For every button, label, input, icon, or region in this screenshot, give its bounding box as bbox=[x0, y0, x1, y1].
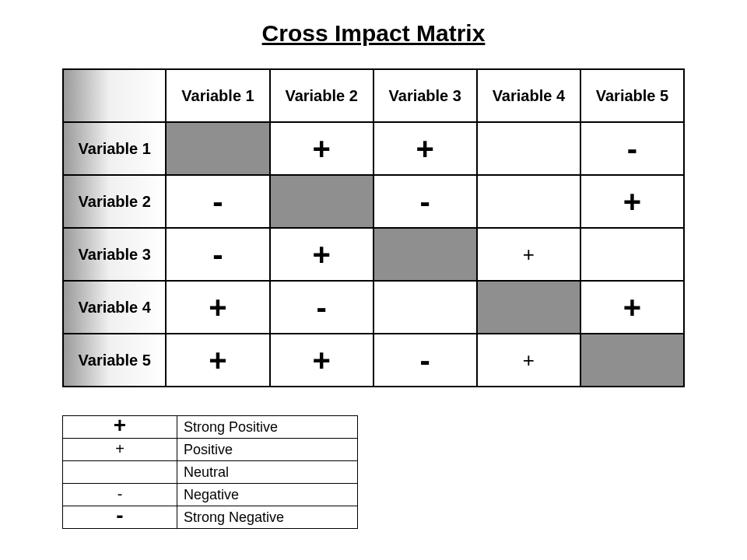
plus-icon: + bbox=[623, 184, 641, 219]
plus-icon: + bbox=[523, 243, 535, 266]
col-header: Variable 2 bbox=[270, 69, 374, 122]
matrix-body: Variable 1++-Variable 2--+Variable 3-++V… bbox=[63, 122, 684, 387]
matrix-cell bbox=[580, 228, 684, 281]
plus-icon: + bbox=[312, 131, 330, 166]
row-header: Variable 2 bbox=[63, 175, 166, 228]
matrix-cell: + bbox=[270, 228, 374, 281]
minus-icon: - bbox=[212, 237, 223, 271]
legend-container: +Strong Positive+PositiveNeutral-Negativ… bbox=[62, 415, 358, 529]
minus-icon: - bbox=[316, 290, 326, 324]
legend-label: Strong Positive bbox=[177, 416, 358, 439]
legend-symbol: + bbox=[63, 439, 177, 461]
legend-symbol: - bbox=[63, 506, 177, 529]
matrix-cell: + bbox=[166, 334, 269, 387]
page-title: Cross Impact Matrix bbox=[0, 0, 747, 68]
matrix-cell: - bbox=[374, 175, 477, 228]
col-header: Variable 3 bbox=[374, 69, 477, 122]
plus-icon: + bbox=[115, 440, 124, 457]
legend-label: Negative bbox=[177, 484, 358, 506]
minus-icon: - bbox=[116, 503, 123, 527]
minus-icon: - bbox=[420, 343, 430, 377]
legend-label: Positive bbox=[177, 439, 358, 461]
col-header: Variable 5 bbox=[580, 69, 684, 122]
plus-icon: + bbox=[114, 413, 126, 437]
matrix-cell: + bbox=[270, 122, 374, 175]
legend-symbol: + bbox=[63, 416, 177, 439]
minus-icon: - bbox=[212, 184, 223, 219]
legend-symbol bbox=[63, 461, 177, 484]
minus-icon: - bbox=[420, 184, 430, 219]
plus-icon: + bbox=[523, 348, 535, 372]
matrix-cell: - bbox=[166, 175, 269, 228]
plus-icon: + bbox=[209, 290, 226, 324]
matrix-cell bbox=[166, 122, 269, 175]
matrix-cell: - bbox=[166, 228, 269, 281]
plus-icon: + bbox=[312, 343, 330, 377]
matrix-cell: + bbox=[166, 281, 269, 334]
row-header: Variable 3 bbox=[63, 228, 166, 281]
matrix-cell: - bbox=[580, 122, 684, 175]
matrix-cell: + bbox=[580, 281, 684, 334]
row-header: Variable 5 bbox=[63, 334, 166, 387]
row-header: Variable 1 bbox=[63, 122, 166, 175]
col-header: Variable 4 bbox=[477, 69, 580, 122]
matrix-cell: + bbox=[477, 228, 580, 281]
matrix-cell bbox=[477, 281, 580, 334]
plus-icon: + bbox=[312, 237, 330, 271]
matrix-container: Variable 1 Variable 2 Variable 3 Variabl… bbox=[62, 68, 685, 387]
matrix-cell: + bbox=[374, 122, 477, 175]
legend-body: +Strong Positive+PositiveNeutral-Negativ… bbox=[63, 416, 358, 529]
matrix-cell: + bbox=[580, 175, 684, 228]
matrix-cell bbox=[580, 334, 684, 387]
impact-matrix-table: Variable 1 Variable 2 Variable 3 Variabl… bbox=[62, 68, 685, 387]
matrix-cell: - bbox=[374, 334, 477, 387]
row-header: Variable 4 bbox=[63, 281, 166, 334]
matrix-cell: + bbox=[477, 334, 580, 387]
matrix-cell bbox=[270, 175, 374, 228]
matrix-cell: - bbox=[270, 281, 374, 334]
plus-icon: + bbox=[623, 290, 641, 324]
minus-icon: - bbox=[627, 131, 637, 166]
legend-label: Strong Negative bbox=[177, 506, 358, 529]
plus-icon: + bbox=[416, 131, 434, 166]
col-header: Variable 1 bbox=[166, 69, 269, 122]
minus-icon: - bbox=[117, 485, 123, 502]
legend-table: +Strong Positive+PositiveNeutral-Negativ… bbox=[62, 415, 358, 529]
matrix-cell bbox=[477, 175, 580, 228]
legend-label: Neutral bbox=[177, 461, 358, 484]
matrix-cell bbox=[374, 228, 477, 281]
page: Cross Impact Matrix Variable 1 Variable … bbox=[0, 0, 747, 560]
matrix-cell: + bbox=[270, 334, 374, 387]
matrix-cell bbox=[477, 122, 580, 175]
matrix-cell bbox=[374, 281, 477, 334]
plus-icon: + bbox=[209, 343, 226, 377]
matrix-corner-cell bbox=[63, 69, 166, 122]
